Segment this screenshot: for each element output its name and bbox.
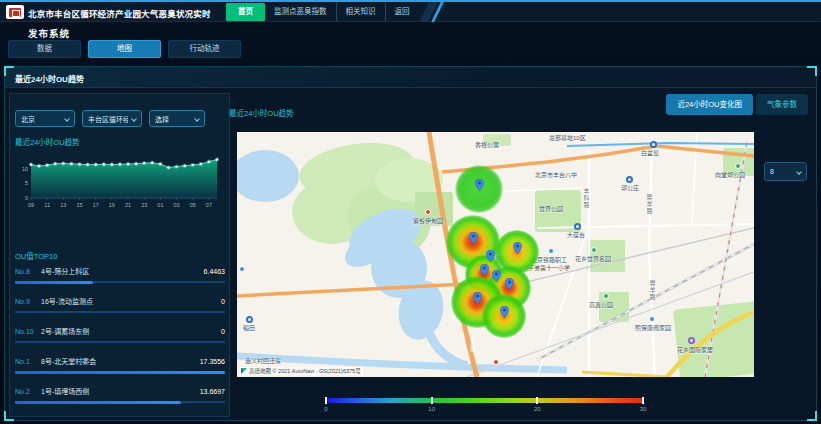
svg-text:0: 0	[25, 195, 28, 201]
map-label: 造义村回迁房	[245, 358, 281, 364]
ou-list-row[interactable]: No.84号-筛分上料区6.4463	[15, 260, 225, 290]
rank-label: No.8	[15, 268, 41, 275]
rank-label: No.1	[15, 358, 41, 365]
map-button[interactable]: 近24小时OU变化图	[666, 94, 753, 115]
ou-value: 0	[221, 328, 225, 335]
map-label: 丰科路	[583, 188, 589, 209]
station-name: 16号-流动监测点	[41, 296, 221, 306]
nav-tab[interactable]: 返回	[385, 3, 419, 21]
ou-list-row[interactable]: No.102号-调蓄场东侧0	[15, 320, 225, 350]
chevron-down-icon	[64, 116, 70, 122]
scenic-icon	[493, 359, 499, 365]
metro-icon	[574, 223, 581, 230]
panel-title: 最近24小时OU趋势	[15, 73, 84, 84]
filter-dropdown[interactable]: 选择	[149, 110, 205, 127]
nav-tab[interactable]: 首页	[226, 3, 265, 21]
map-pin-icon[interactable]	[500, 304, 509, 316]
map-label: 花乡世界名园	[575, 256, 611, 262]
ou-row-line: No.84号-筛分上料区6.4463	[15, 260, 225, 276]
metro-icon	[650, 141, 657, 148]
corner-accent	[807, 411, 817, 421]
ou-list-row[interactable]: No.916号-流动监测点0	[15, 290, 225, 320]
legend-tick	[431, 397, 433, 404]
row-bar-fill	[15, 401, 181, 404]
svg-text:19: 19	[109, 202, 115, 208]
ou-row-line: No.18号-北天堂村委会17.3556	[15, 350, 225, 366]
left-panel: 北京丰台区循环经济产业园选择 最近24小时OU趋势 05100911131517…	[9, 93, 230, 417]
filter-value: 选择	[155, 114, 169, 124]
corner-accent	[4, 411, 14, 421]
station-name: 4号-筛分上料区	[41, 266, 204, 276]
map-label: 稻田	[243, 325, 255, 331]
ou-list-row[interactable]: No.21号-填埋场西侧13.6697	[15, 380, 225, 410]
map-pin-icon[interactable]	[469, 230, 478, 242]
ou-value: 0	[221, 298, 225, 305]
svg-text:07: 07	[206, 202, 212, 208]
nav-tab[interactable]: 相关知识	[336, 3, 385, 21]
map-pin-icon[interactable]	[492, 268, 501, 280]
filter-value: 丰台区循环经济产业园	[88, 114, 128, 124]
legend-label: 20	[534, 406, 541, 412]
map-pin-icon[interactable]	[475, 177, 484, 189]
map-pin-icon[interactable]	[480, 262, 489, 274]
map-canvas[interactable]: 高德地图 © 2021 AutoNavi - GS(2021)6375号 香格公…	[237, 132, 754, 377]
park-icon	[591, 247, 597, 253]
poi-icon	[548, 248, 554, 254]
filter-dropdown[interactable]: 丰台区循环经济产业园	[82, 110, 142, 127]
map-attribution: 高德地图 © 2021 AutoNavi - GS(2021)6375号	[239, 367, 363, 375]
metro-icon	[626, 176, 633, 183]
svg-text:17: 17	[93, 202, 99, 208]
side-dropdown-value: 8	[770, 168, 774, 175]
legend-label: 10	[428, 406, 435, 412]
svg-text:10: 10	[22, 166, 28, 172]
map-pin-icon[interactable]	[473, 290, 482, 302]
ou-row-line: No.916号-流动监测点0	[15, 290, 225, 306]
legend-tick	[325, 397, 327, 404]
filter-dropdown[interactable]: 北京	[15, 110, 75, 127]
svg-text:23: 23	[141, 202, 147, 208]
rank-label: No.10	[15, 328, 41, 335]
row-bar-fill	[15, 371, 225, 374]
map-side-dropdown[interactable]: 8	[764, 162, 807, 181]
legend-tick	[642, 397, 644, 404]
svg-text:09: 09	[28, 202, 34, 208]
publish-tab[interactable]: 数据	[8, 40, 81, 58]
map-pin-icon[interactable]	[513, 240, 522, 252]
rank-label: No.9	[15, 298, 41, 305]
station-name: 2号-调蓄场东侧	[41, 326, 221, 336]
publish-tab[interactable]: 地图	[88, 40, 161, 58]
map-label: 世界公园	[539, 206, 563, 212]
map-label: 香格公寓	[475, 142, 499, 148]
nav-tab[interactable]: 监测点恶臭指数	[265, 3, 336, 21]
map-section-title: 最近24小时OU趋势	[229, 107, 294, 118]
publish-tab[interactable]: 行动轨迹	[168, 40, 241, 58]
map-label: 樊羊路	[646, 194, 652, 215]
map-label: 京良路	[469, 337, 474, 352]
filter-value: 北京	[21, 114, 35, 124]
ou-value: 13.6697	[200, 388, 225, 395]
legend-tick	[536, 397, 538, 404]
ou-list-row[interactable]: No.18号-北天堂村委会17.3556	[15, 350, 225, 380]
ou-top-list: No.84号-筛分上料区6.4463No.916号-流动监测点0No.102号-…	[15, 260, 225, 410]
map-label: 白盆窑	[641, 150, 659, 156]
corner-accent	[807, 66, 817, 76]
metro-purple-icon	[688, 337, 695, 344]
map-label: 高鑫公园	[589, 302, 613, 308]
map-button[interactable]: 气象参数	[756, 94, 808, 115]
map-label: 总部基地10区	[549, 135, 586, 141]
ou-row-line: No.21号-填埋场西侧13.6697	[15, 380, 225, 396]
map-label: 子弟第十一小学	[528, 265, 570, 271]
dashboard: 北京市丰台区循环经济产业园大气恶臭状况实时 首页监测点恶臭指数相关知识返回 发布…	[0, 0, 821, 424]
svg-text:13: 13	[60, 202, 66, 208]
svg-text:05: 05	[190, 202, 196, 208]
map-buttons: 近24小时OU变化图气象参数	[666, 94, 808, 115]
top-bar: 北京市丰台区循环经济产业园大气恶臭状况实时 首页监测点恶臭指数相关知识返回	[0, 0, 821, 22]
station-name: 8号-北天堂村委会	[41, 356, 200, 366]
row-bar-fill	[15, 281, 93, 284]
ou-value: 6.4463	[204, 268, 225, 275]
map-pin-icon[interactable]	[505, 276, 514, 288]
map-pin-icon[interactable]	[486, 248, 495, 260]
legend-gradient-bar	[326, 398, 643, 403]
filter-row: 北京丰台区循环经济产业园选择	[15, 110, 205, 127]
chevron-down-icon	[796, 169, 802, 175]
